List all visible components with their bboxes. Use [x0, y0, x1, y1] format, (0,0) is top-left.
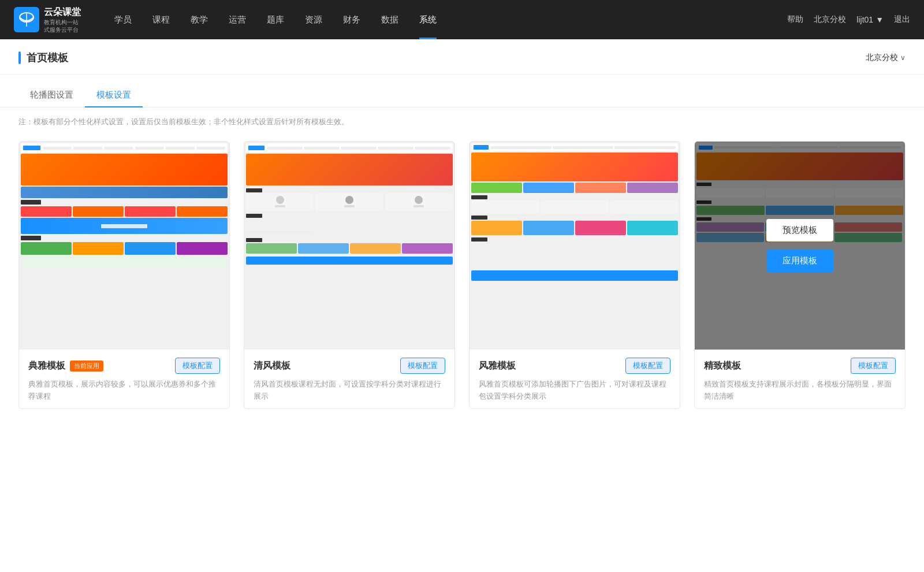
logout-link[interactable]: 退出: [894, 14, 910, 25]
apply-btn-1[interactable]: 应用模板: [91, 250, 158, 272]
navbar-right: 帮助 北京分校 lijt01 ▼ 退出: [787, 14, 910, 25]
template-info-1: 典雅模板 当前应用 模板配置 典雅首页模板，展示内容较多，可以展示优惠券和多个推…: [19, 350, 229, 408]
nav-item-teaching[interactable]: 教学: [180, 0, 218, 39]
template-name-left-1: 典雅模板 当前应用: [28, 360, 103, 372]
template-overlay-4: 预览模板 应用模板: [695, 142, 905, 350]
nav-item-data[interactable]: 数据: [371, 0, 409, 39]
config-btn-3[interactable]: 模板配置: [625, 358, 670, 374]
template-name-row-3: 风雅模板 模板配置: [479, 358, 670, 374]
template-card-2[interactable]: 预览模板 应用模板 清风模板 模板配置 清风首页模板课程无封面，可设置按学科分类…: [244, 141, 455, 409]
template-name-row-1: 典雅模板 当前应用 模板配置: [28, 358, 220, 374]
preview-btn-3[interactable]: 预览模板: [541, 219, 608, 242]
nav-item-course[interactable]: 课程: [142, 0, 180, 39]
template-info-2: 清风模板 模板配置 清风首页模板课程无封面，可设置按学科分类对课程进行展示: [244, 350, 454, 408]
template-name-1: 典雅模板: [28, 360, 65, 372]
config-btn-1[interactable]: 模板配置: [175, 358, 220, 374]
navbar: 云朵课堂 教育机构一站 式服务云平台 学员 课程 教学 运营 题库 资源 财务 …: [0, 0, 924, 39]
preview-btn-1[interactable]: 预览模板: [91, 219, 158, 242]
template-name-left-4: 精致模板: [704, 360, 741, 372]
nav-item-resource[interactable]: 资源: [295, 0, 333, 39]
template-preview-4: 预览模板 应用模板: [695, 142, 905, 350]
template-info-4: 精致模板 模板配置 精致首页模板支持课程展示封面，各模板分隔明显，界面简洁清晰: [695, 350, 905, 408]
tab-template[interactable]: 模板设置: [85, 84, 143, 107]
badge-current-1: 当前应用: [70, 361, 103, 372]
template-card-3[interactable]: 预览模板 应用模板 风雅模板 模板配置 风雅首页模板可添加轮播图下广告图片，可对…: [469, 141, 680, 409]
navbar-nav: 学员 课程 教学 运营 题库 资源 财务 数据 系统: [104, 0, 787, 39]
config-btn-4[interactable]: 模板配置: [851, 358, 896, 374]
nav-item-operation[interactable]: 运营: [218, 0, 256, 39]
logo-icon: [14, 7, 39, 32]
note-text: 注：模板有部分个性化样式设置，设置后仅当前模板生效；非个性化样式设置后针对所有模…: [18, 117, 349, 126]
apply-btn-3[interactable]: 应用模板: [541, 250, 608, 272]
template-name-row-2: 清风模板 模板配置: [254, 358, 445, 374]
page-header: 首页模板 北京分校 ∨: [0, 39, 924, 75]
template-desc-4: 精致首页模板支持课程展示封面，各模板分隔明显，界面简洁清晰: [704, 378, 896, 403]
template-card-1[interactable]: 预览模板 应用模板 典雅模板 当前应用 模板配置 典雅首页模板，展示内容较多，可…: [18, 141, 230, 409]
template-name-4: 精致模板: [704, 360, 741, 372]
location-name: 北京分校: [866, 53, 898, 63]
template-name-left-3: 风雅模板: [479, 360, 516, 372]
template-desc-1: 典雅首页模板，展示内容较多，可以展示优惠券和多个推荐课程: [28, 378, 220, 403]
chevron-down-icon: ∨: [900, 54, 906, 62]
preview-btn-2[interactable]: 预览模板: [316, 219, 383, 242]
nav-item-question[interactable]: 题库: [256, 0, 295, 39]
user-menu[interactable]: lijt01 ▼: [856, 15, 884, 24]
preview-btn-4[interactable]: 预览模板: [766, 219, 833, 242]
tab-carousel[interactable]: 轮播图设置: [18, 84, 85, 107]
apply-btn-2[interactable]: 应用模板: [316, 250, 383, 272]
note-bar: 注：模板有部分个性化样式设置，设置后仅当前模板生效；非个性化样式设置后针对所有模…: [0, 107, 924, 132]
nav-item-finance[interactable]: 财务: [333, 0, 371, 39]
template-preview-1: 预览模板 应用模板: [19, 142, 229, 350]
tabs-wrapper: 轮播图设置 模板设置: [0, 75, 924, 107]
config-btn-2[interactable]: 模板配置: [400, 358, 445, 374]
template-card-4[interactable]: 预览模板 应用模板 精致模板 模板配置 精致首页模板支持课程展示封面，各模板分隔…: [694, 141, 906, 409]
nav-item-student[interactable]: 学员: [104, 0, 142, 39]
templates-grid: 预览模板 应用模板 典雅模板 当前应用 模板配置 典雅首页模板，展示内容较多，可…: [0, 132, 924, 432]
template-preview-2: 预览模板 应用模板: [244, 142, 454, 350]
template-name-left-2: 清风模板: [254, 360, 290, 372]
template-info-3: 风雅模板 模板配置 风雅首页模板可添加轮播图下广告图片，可对课程及课程包设置学科…: [470, 350, 680, 408]
template-name-3: 风雅模板: [479, 360, 516, 372]
page-title-bar: [18, 51, 21, 64]
logo[interactable]: 云朵课堂 教育机构一站 式服务云平台: [14, 6, 81, 34]
nav-item-system[interactable]: 系统: [409, 0, 447, 39]
page-container: 首页模板 北京分校 ∨ 轮播图设置 模板设置 注：模板有部分个性化样式设置，设置…: [0, 39, 924, 572]
help-link[interactable]: 帮助: [787, 14, 803, 25]
page-title-wrapper: 首页模板: [18, 51, 68, 65]
template-name-2: 清风模板: [254, 360, 290, 372]
template-preview-3: 预览模板 应用模板: [470, 142, 680, 350]
template-desc-3: 风雅首页模板可添加轮播图下广告图片，可对课程及课程包设置学科分类展示: [479, 378, 670, 403]
location-selector[interactable]: 北京分校 ∨: [866, 53, 906, 63]
school-link[interactable]: 北京分校: [814, 14, 846, 25]
page-title: 首页模板: [27, 51, 68, 65]
template-desc-2: 清风首页模板课程无封面，可设置按学科分类对课程进行展示: [254, 378, 445, 403]
apply-btn-4[interactable]: 应用模板: [766, 250, 833, 272]
logo-text: 云朵课堂 教育机构一站 式服务云平台: [44, 6, 81, 34]
template-name-row-4: 精致模板 模板配置: [704, 358, 896, 374]
